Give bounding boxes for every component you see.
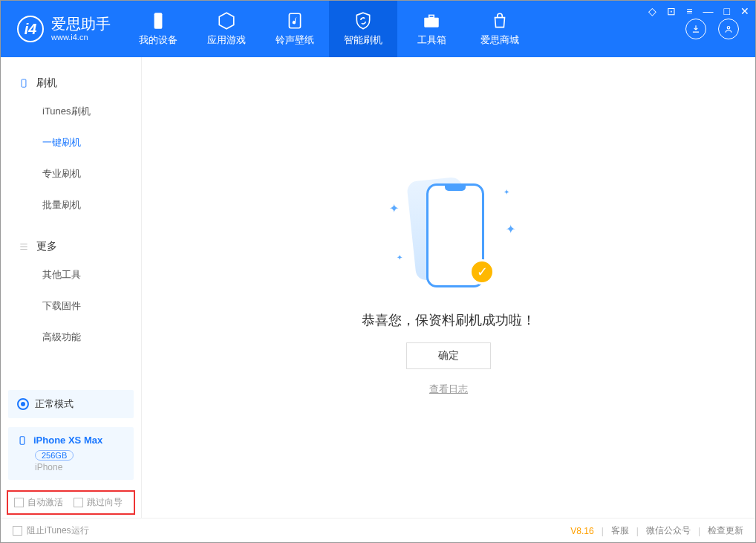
nav-apps-games[interactable]: 应用游戏 (192, 1, 261, 57)
cube-icon (217, 11, 236, 30)
success-illustration: ✦ ✦ ✦ ✦ ✓ (352, 179, 545, 298)
list-icon (19, 241, 29, 252)
svg-rect-0 (154, 13, 163, 29)
close-button[interactable]: ✕ (740, 5, 749, 17)
sidebar-section-flash: 刷机 (1, 71, 141, 96)
phone-icon (149, 11, 168, 30)
flash-options-row: 自动激活 跳过向导 (7, 490, 135, 515)
bag-icon (490, 11, 509, 30)
success-message: 恭喜您，保资料刷机成功啦！ (362, 311, 535, 329)
check-update-link[interactable]: 检查更新 (708, 524, 743, 537)
nav-label: 爱思商城 (480, 33, 519, 47)
device-type: iPhone (35, 462, 125, 472)
app-logo: i4 爱思助手 www.i4.cn (1, 15, 124, 42)
sidebar-item-download-firmware[interactable]: 下载固件 (1, 290, 141, 322)
svg-rect-6 (20, 436, 25, 444)
sidebar-item-batch-flash[interactable]: 批量刷机 (1, 189, 141, 221)
nav-toolbox[interactable]: 工具箱 (397, 1, 466, 57)
top-nav: 我的设备 应用游戏 铃声壁纸 智能刷机 工具箱 爱思商城 (124, 1, 534, 57)
sidebar-section-more: 更多 (1, 234, 141, 259)
sparkle-icon: ✦ (389, 201, 399, 215)
device-name: iPhone XS Max (33, 435, 102, 446)
device-phone-icon (17, 435, 27, 446)
version-label: V8.16 (570, 526, 593, 536)
support-link[interactable]: 客服 (611, 524, 629, 537)
checkbox-block-itunes[interactable]: 阻止iTunes运行 (13, 524, 89, 537)
sidebar-item-advanced[interactable]: 高级功能 (1, 322, 141, 353)
sparkle-icon: ✦ (504, 188, 509, 196)
briefcase-icon (422, 11, 441, 30)
svg-point-4 (727, 27, 730, 30)
sidebar-item-pro-flash[interactable]: 专业刷机 (1, 158, 141, 189)
nav-label: 工具箱 (417, 33, 446, 47)
app-url: www.i4.cn (51, 33, 111, 42)
sidebar: 刷机 iTunes刷机 一键刷机 专业刷机 批量刷机 更多 其他工具 下载固件 … (1, 57, 142, 518)
nav-ringtone-wallpaper[interactable]: 铃声壁纸 (261, 1, 329, 57)
sidebar-item-other-tools[interactable]: 其他工具 (1, 259, 141, 290)
svg-rect-5 (22, 79, 26, 88)
nav-label: 铃声壁纸 (276, 33, 314, 47)
logo-icon: i4 (17, 16, 44, 42)
mode-indicator-icon (17, 398, 29, 410)
checkbox-skip-setup[interactable]: 跳过向导 (74, 496, 123, 509)
download-button[interactable] (685, 19, 706, 39)
menu-icon[interactable]: ≡ (686, 5, 692, 17)
svg-rect-3 (429, 15, 434, 17)
sidebar-item-oneclick-flash[interactable]: 一键刷机 (1, 127, 141, 158)
sparkle-icon: ✦ (397, 253, 403, 261)
skin-icon[interactable]: ◇ (648, 5, 656, 17)
app-title: 爱思助手 (51, 15, 111, 33)
status-bar: 阻止iTunes运行 V8.16 | 客服 | 微信公众号 | 检查更新 (1, 518, 755, 543)
account-button[interactable] (718, 19, 739, 39)
minimize-button[interactable]: — (703, 5, 714, 17)
main-content: ✦ ✦ ✦ ✦ ✓ 恭喜您，保资料刷机成功啦！ 确定 查看日志 (142, 57, 755, 518)
mode-label: 正常模式 (35, 397, 74, 411)
nav-label: 智能刷机 (344, 33, 382, 47)
nav-store[interactable]: 爱思商城 (466, 1, 534, 57)
window-controls: ◇ ⊡ ≡ — □ ✕ (648, 5, 749, 17)
header-actions (685, 19, 755, 39)
maximize-button[interactable]: □ (724, 5, 730, 17)
sparkle-icon: ✦ (506, 222, 515, 236)
music-file-icon (285, 11, 304, 30)
device-mode-box[interactable]: 正常模式 (8, 390, 134, 418)
nav-smart-flash[interactable]: 智能刷机 (329, 1, 397, 57)
nav-my-device[interactable]: 我的设备 (124, 1, 192, 57)
shield-refresh-icon (353, 11, 373, 30)
view-log-link[interactable]: 查看日志 (429, 383, 468, 396)
feedback-icon[interactable]: ⊡ (667, 5, 676, 17)
sidebar-item-itunes-flash[interactable]: iTunes刷机 (1, 96, 141, 127)
nav-label: 应用游戏 (207, 33, 246, 47)
ok-button[interactable]: 确定 (406, 342, 491, 369)
checkbox-auto-activate[interactable]: 自动激活 (14, 496, 63, 509)
wechat-link[interactable]: 微信公众号 (646, 524, 691, 537)
phone-outline-icon (19, 78, 29, 88)
check-badge-icon: ✓ (469, 259, 495, 284)
device-info-box[interactable]: iPhone XS Max 256GB iPhone (8, 427, 134, 480)
device-capacity: 256GB (35, 450, 74, 461)
app-header: i4 爱思助手 www.i4.cn 我的设备 应用游戏 铃声壁纸 智能刷机 工具… (1, 1, 755, 57)
nav-label: 我的设备 (139, 33, 177, 47)
svg-rect-2 (424, 18, 439, 27)
